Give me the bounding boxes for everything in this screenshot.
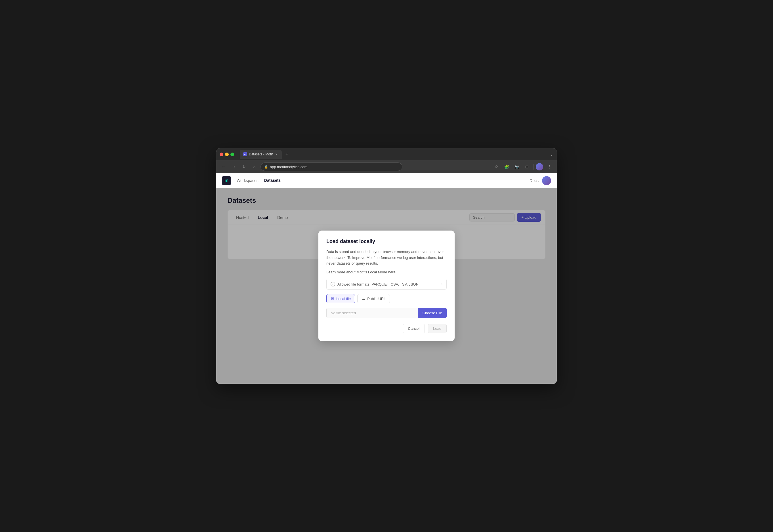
screenshot-icon[interactable]: 📷	[513, 163, 521, 171]
tab-favicon: m	[243, 152, 247, 156]
modal-learn-more: Learn more about Motif's Local Mode here…	[326, 270, 447, 274]
tab-bar: m Datasets - Motif ✕ +	[240, 150, 547, 159]
puzzle-icon[interactable]: ⊞	[523, 163, 531, 171]
source-tabs: 🖥 Local file ☁ Public URL	[326, 294, 447, 303]
file-formats-label: Allowed file formats: PARQUET, CSV, TSV,…	[337, 282, 419, 286]
nav-datasets[interactable]: Datasets	[264, 177, 281, 184]
maximize-traffic-light[interactable]	[230, 153, 234, 156]
main-content: Datasets Hosted Local Demo + Upload Load…	[216, 188, 557, 384]
nav-workspaces[interactable]: Workspaces	[237, 177, 258, 184]
cancel-button[interactable]: Cancel	[403, 324, 425, 333]
browser-window: m Datasets - Motif ✕ + ⌄ ← → ↻ ⌂ 🔒 app.m…	[216, 148, 557, 384]
reload-button[interactable]: ↻	[240, 163, 248, 171]
docs-link[interactable]: Docs	[530, 178, 539, 183]
load-button[interactable]: Load	[428, 324, 447, 333]
toolbar-right: ☆ 🧩 📷 ⊞ ⋮	[492, 163, 553, 171]
new-tab-button[interactable]: +	[283, 150, 291, 158]
modal-overlay: Load dataset locally Data is stored and …	[216, 188, 557, 384]
choose-file-button[interactable]: Choose File	[418, 308, 447, 318]
source-tab-url-label: Public URL	[367, 297, 385, 301]
file-name-display: No file selected	[326, 308, 418, 318]
file-formats-row[interactable]: i Allowed file formats: PARQUET, CSV, TS…	[326, 279, 447, 290]
tab-title: Datasets - Motif	[249, 152, 273, 156]
toolbar-divider	[533, 164, 534, 170]
file-upload-row: No file selected Choose File	[326, 308, 447, 318]
tab-close-button[interactable]: ✕	[274, 152, 278, 156]
learn-more-text: Learn more about Motif's Local Mode	[326, 270, 388, 274]
file-formats-left: i Allowed file formats: PARQUET, CSV, TS…	[330, 282, 419, 286]
app-header: m Workspaces Datasets Docs	[216, 173, 557, 188]
modal-footer: Cancel Load	[326, 324, 447, 333]
forward-button[interactable]: →	[230, 163, 238, 171]
source-tab-public-url[interactable]: ☁ Public URL	[357, 294, 390, 303]
chevron-right-icon: ›	[441, 282, 443, 286]
user-avatar[interactable]	[542, 176, 551, 185]
browser-tab[interactable]: m Datasets - Motif ✕	[240, 150, 282, 159]
address-input[interactable]: 🔒 app.motifanalytics.com	[260, 162, 403, 171]
source-tab-local-label: Local file	[336, 297, 351, 301]
modal-title: Load dataset locally	[326, 238, 447, 244]
info-icon: i	[330, 282, 335, 286]
close-traffic-light[interactable]	[220, 153, 223, 156]
back-button[interactable]: ←	[220, 163, 227, 171]
title-bar: m Datasets - Motif ✕ + ⌄	[216, 148, 557, 160]
local-file-icon: 🖥	[330, 296, 334, 301]
learn-more-link[interactable]: here.	[388, 270, 397, 274]
public-url-icon: ☁	[361, 296, 365, 301]
app-header-right: Docs	[530, 176, 551, 185]
traffic-lights	[220, 153, 234, 156]
app-nav: Workspaces Datasets	[237, 177, 281, 184]
extensions-icon[interactable]: 🧩	[503, 163, 511, 171]
window-expand-icon[interactable]: ⌄	[550, 152, 553, 157]
home-button[interactable]: ⌂	[250, 163, 258, 171]
app-logo[interactable]: m	[222, 176, 231, 185]
bookmark-icon[interactable]: ☆	[492, 163, 500, 171]
modal-dialog: Load dataset locally Data is stored and …	[318, 231, 455, 341]
modal-description: Data is stored and queried in your brows…	[326, 249, 447, 267]
minimize-traffic-light[interactable]	[225, 153, 229, 156]
address-bar: ← → ↻ ⌂ 🔒 app.motifanalytics.com ☆ 🧩 📷 ⊞…	[216, 160, 557, 173]
source-tab-local-file[interactable]: 🖥 Local file	[326, 294, 355, 303]
browser-profile-avatar[interactable]	[536, 163, 543, 170]
browser-menu-icon[interactable]: ⋮	[546, 163, 553, 171]
address-text: app.motifanalytics.com	[270, 165, 307, 169]
secure-icon: 🔒	[264, 165, 268, 169]
